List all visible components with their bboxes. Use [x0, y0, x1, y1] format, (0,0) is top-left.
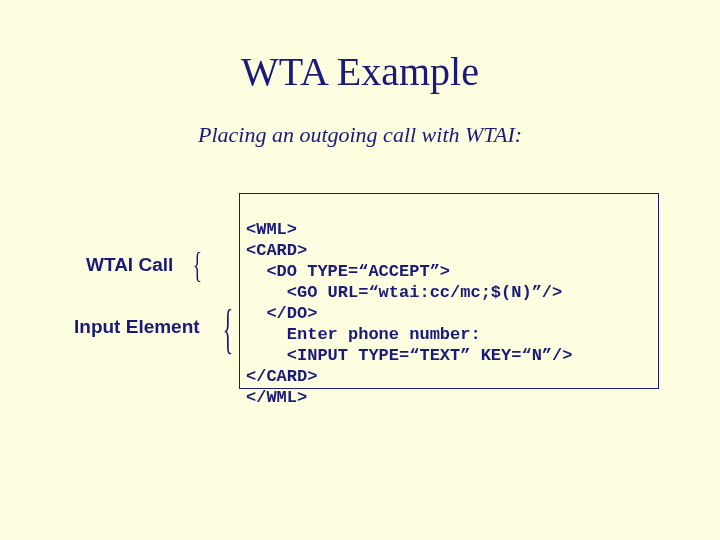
label-wtai-call: WTAI Call	[86, 254, 173, 276]
code-line: <WML>	[246, 220, 297, 239]
code-line: </CARD>	[246, 367, 317, 386]
label-input-element: Input Element	[74, 316, 200, 338]
code-line: <DO TYPE=“ACCEPT”>	[246, 262, 450, 281]
code-box: <WML> <CARD> <DO TYPE=“ACCEPT”> <GO URL=…	[239, 193, 659, 389]
code-line: </WML>	[246, 388, 307, 407]
code-line: </DO>	[246, 304, 317, 323]
slide-subtitle: Placing an outgoing call with WTAI:	[0, 122, 720, 148]
code-block: <WML> <CARD> <DO TYPE=“ACCEPT”> <GO URL=…	[246, 198, 652, 408]
code-line: <INPUT TYPE=“TEXT” KEY=“N”/>	[246, 346, 572, 365]
code-line: <CARD>	[246, 241, 307, 260]
brace-icon: {	[193, 246, 202, 286]
brace-icon: {	[223, 298, 233, 360]
code-line: Enter phone number:	[246, 325, 481, 344]
code-line: <GO URL=“wtai:cc/mc;$(N)”/>	[246, 283, 562, 302]
slide-title: WTA Example	[0, 48, 720, 95]
